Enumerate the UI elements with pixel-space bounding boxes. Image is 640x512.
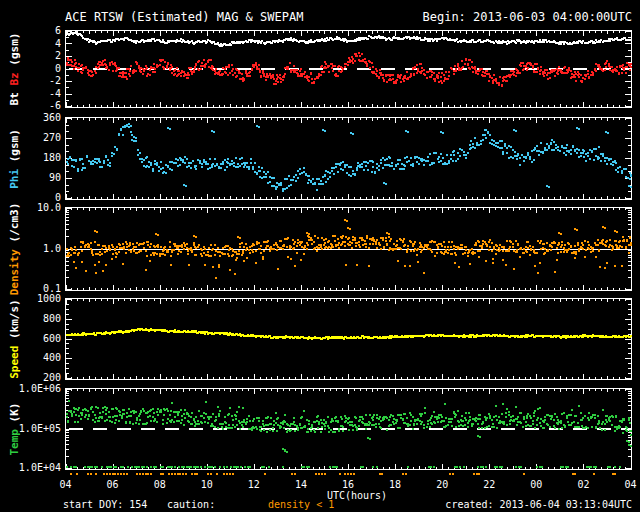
y-axis-label-segment: (gsm) bbox=[8, 33, 21, 66]
x-tick-label: 20 bbox=[429, 479, 455, 490]
panel-speed-canvas bbox=[65, 298, 632, 380]
y-axis-label-segment: (km/s) bbox=[8, 299, 21, 339]
x-tick-label: 16 bbox=[335, 479, 361, 490]
y-axis-label-segment: Temp bbox=[8, 422, 21, 455]
x-tick-label: 18 bbox=[382, 479, 408, 490]
x-tick-label: 08 bbox=[147, 479, 173, 490]
start-doy-label: start DOY: 154 bbox=[63, 499, 147, 510]
y-axis-label-phi: Phi (gsm) bbox=[8, 129, 21, 189]
y-axis-label-segment: Phi bbox=[8, 162, 21, 189]
caution-label: caution: bbox=[167, 499, 215, 510]
plot-area: 6420-2-4-6Bt Bz (gsm)360270180900Phi (gs… bbox=[0, 0, 640, 512]
x-tick-label: 10 bbox=[194, 479, 220, 490]
y-axis-label-segment: Bz bbox=[8, 66, 21, 86]
caution-density-markers bbox=[65, 473, 632, 477]
x-tick-label: 14 bbox=[288, 479, 314, 490]
y-tick-label-phi: 360 bbox=[0, 113, 61, 123]
ace-rtsw-plot-window: ACE RTSW (Estimated) MAG & SWEPAM Begin:… bbox=[0, 0, 640, 512]
x-tick-label: 04 bbox=[618, 479, 640, 490]
y-axis-label-segment: Bt bbox=[8, 86, 21, 106]
x-tick-label: 06 bbox=[100, 479, 126, 490]
caution-value: density < 1 bbox=[268, 499, 334, 510]
y-axis-label-segment: Density bbox=[8, 242, 21, 295]
panel-phi-canvas bbox=[65, 117, 632, 200]
y-axis-label-segment: (gsm) bbox=[8, 129, 21, 162]
y-tick-label-temp: 1.0E+06 bbox=[0, 384, 61, 394]
panel-bt-bz-canvas bbox=[65, 30, 632, 108]
x-tick-label: 00 bbox=[523, 479, 549, 490]
y-tick-label-temp: 1.0E+04 bbox=[0, 463, 61, 473]
y-axis-label-segment: Speed bbox=[8, 339, 21, 379]
panel-temp-canvas bbox=[65, 388, 632, 470]
y-axis-label-segment: (/cm3) bbox=[8, 203, 21, 243]
y-axis-label-speed: Speed (km/s) bbox=[8, 299, 21, 379]
x-tick-label: 22 bbox=[476, 479, 502, 490]
x-tick-label: 12 bbox=[241, 479, 267, 490]
panel-density-canvas bbox=[65, 207, 632, 291]
created-timestamp: created: 2013-06-04 03:13:04UTC bbox=[445, 499, 632, 510]
y-axis-label-density: Density (/cm3) bbox=[8, 203, 21, 296]
y-axis-label-bt-bz: Bt Bz (gsm) bbox=[8, 33, 21, 106]
x-tick-label: 02 bbox=[570, 479, 596, 490]
y-axis-label-temp: Temp (K) bbox=[8, 403, 21, 456]
y-axis-label-segment: (K) bbox=[8, 403, 21, 423]
x-tick-label: 04 bbox=[53, 479, 79, 490]
